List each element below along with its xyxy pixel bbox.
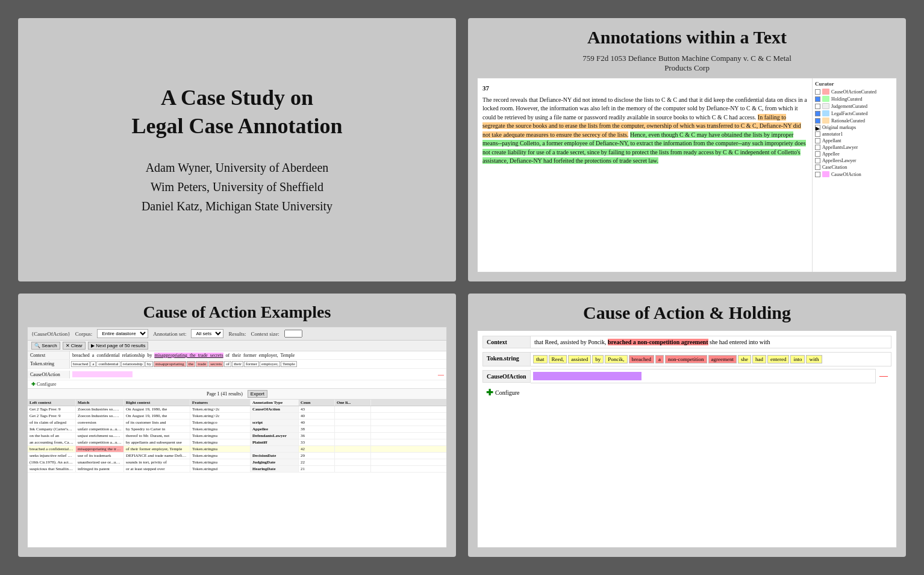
h-token-assisted: assisted: [568, 355, 591, 363]
holding-delete-button[interactable]: —: [876, 371, 891, 381]
sidebar-label-appelleeslawyer: AppelleesLawyer: [822, 158, 856, 163]
sidebar-checkbox-appellant[interactable]: [815, 138, 820, 143]
author2: Wim Peters, University of Sheffield: [151, 180, 323, 193]
context-size-label: Context size:: [251, 331, 279, 337]
table-row: Get 2 Tags Free: 9 Zoecon Industries so.…: [28, 413, 446, 419]
holding-cause-row: CauseOfAction —: [482, 369, 891, 383]
header-left-context: Left context: [28, 400, 76, 406]
configure-plus-icon: ✚: [31, 382, 36, 387]
sidebar-item-appellant: Appellant: [815, 138, 894, 143]
h-token-poncik: Poncik,: [605, 355, 627, 363]
annotations-heading: Annotations within a Text: [477, 27, 897, 48]
clear-button[interactable]: ✕ Clear: [63, 342, 86, 350]
token-breached: breached: [71, 361, 90, 367]
export-button[interactable]: Export: [248, 390, 267, 398]
cause-pagination: Page 1 (41 results) Export: [28, 388, 446, 400]
sidebar-checkbox-rationalecurated[interactable]: [815, 118, 820, 124]
token-the: the: [187, 361, 196, 367]
token-employer: employer,: [260, 361, 280, 367]
h-token-by: by: [592, 355, 604, 363]
cause-content: {CauseOfAction} Corpus: Entire datastore…: [27, 327, 447, 548]
title-line2: Legal Case Annotation: [131, 114, 342, 138]
sidebar-label-appellantslawyer: AppellantsLawyer: [822, 145, 858, 150]
h-token-noncompetition: non-competition: [665, 355, 707, 363]
token-a: a: [90, 361, 96, 367]
configure-btn[interactable]: ✚ Configure: [28, 380, 446, 388]
sidebar-triangle-originalmarkups[interactable]: ▶: [815, 125, 820, 130]
case-citation: 759 F2d 1053 Defiance Button Machine Com…: [582, 54, 791, 63]
annotations-subtitle: 759 F2d 1053 Defiance Button Machine Com…: [477, 54, 897, 73]
table-row: (10th Cir.1978). An action for unauthori…: [28, 459, 446, 466]
token-misappropriating: misappropriating: [154, 361, 186, 367]
corpus-select[interactable]: Entire datastore: [97, 329, 148, 338]
h-token-breached: breached: [629, 355, 654, 363]
table-row: an accounting from, Carter's, asserting …: [28, 439, 446, 446]
sidebar-label-appellee: Appellee: [822, 151, 840, 157]
sidebar-item-judgementcurated: JudgementCurated: [815, 103, 894, 109]
sidebar-label-appellant: Appellant: [822, 138, 841, 143]
sidebar-label-causeofactioncurated: CauseOfActionCurated: [831, 89, 876, 95]
sidebar-checkbox-annotator1[interactable]: [815, 131, 820, 137]
cause-delete-button[interactable]: —: [435, 371, 446, 378]
sidebar-item-causeofaction: CauseOfAction: [815, 171, 894, 177]
cause-action-label: CauseOfAction: [28, 371, 70, 379]
token-by: by: [145, 361, 153, 367]
sidebar-checkbox-appellantslawyer[interactable]: [815, 145, 820, 150]
sidebar-item-appelleeslawyer: AppelleesLawyer: [815, 158, 894, 163]
cause-action-row: CauseOfAction —: [28, 369, 446, 380]
h-token-a: a: [655, 355, 664, 363]
sidebar-checkbox-holdingcurated[interactable]: [815, 96, 820, 102]
h-token-she: she: [738, 355, 751, 363]
holding-token-row: Token.string that Reed, assisted by Ponc…: [482, 352, 891, 366]
context-size-input[interactable]: [284, 330, 302, 338]
results-label: Results:: [228, 331, 246, 337]
sidebar-label-judgementcurated: JudgementCurated: [831, 104, 867, 109]
cause-action-highlight-bar: [72, 371, 133, 377]
sidebar-checkbox-legalfactscurated[interactable]: [815, 111, 820, 116]
sidebar-color-causeofactioncurated: [822, 89, 829, 95]
annotation-text: 37 The record reveals that Defiance-NY d…: [478, 78, 812, 272]
holding-cause-bar: [533, 372, 641, 380]
holding-content: Context that Reed, assisted by Poncik, b…: [477, 330, 897, 548]
header-features: Features: [190, 400, 251, 406]
token-string-label: Token.string: [28, 360, 70, 368]
table-row: on the basis of an unjust enrichment su.…: [28, 433, 446, 439]
table-row: Get 2 Tags Free: 9 Zoecon Industries so.…: [28, 406, 446, 413]
token-former: former: [244, 361, 259, 367]
corpus-label: {CauseOfAction}: [31, 331, 70, 337]
search-button[interactable]: 🔍 Search: [31, 342, 60, 350]
title-panel: A Case Study on Legal Case Annotation Ad…: [18, 18, 456, 281]
sidebar-checkbox-judgementcurated[interactable]: [815, 104, 820, 109]
header-annotation-type: Annotation Type: [251, 400, 299, 406]
next-page-button[interactable]: ▶ Next page of 50 results: [88, 342, 149, 350]
holding-panel: Cause of Action & Holding Context that R…: [468, 294, 906, 557]
sidebar-item-legalfactscurated: LegalFactsCurated: [815, 110, 894, 116]
sidebar-checkbox-causeofactioncurated[interactable]: [815, 89, 820, 95]
holding-context-label: Context: [482, 336, 531, 348]
annotation-select[interactable]: All sets: [191, 329, 223, 338]
cause-toolbar: {CauseOfAction} Corpus: Entire datastore…: [28, 327, 446, 341]
sidebar-item-casecitation: CaseCitation: [815, 165, 894, 170]
holding-configure-btn[interactable]: ✚ Configure: [482, 386, 891, 400]
context-post: she had entered into with: [708, 339, 770, 345]
authors: Adam Wyner, University of Aberdeen Wim P…: [142, 158, 332, 216]
sidebar-checkbox-appellee[interactable]: [815, 151, 820, 157]
sidebar-item-appellee: Appellee: [815, 151, 894, 157]
h-token-reed: Reed,: [549, 355, 567, 363]
cause-token-row: Token.string breached a confidential rel…: [28, 360, 446, 369]
context-pre: that Reed, assisted by Poncik,: [534, 339, 608, 345]
holding-context-row: Context that Reed, assisted by Poncik, b…: [482, 336, 891, 348]
sidebar-checkbox-causeofaction[interactable]: [815, 172, 820, 177]
sidebar-color-rationalecurated: [822, 118, 829, 124]
main-title: A Case Study on Legal Case Annotation: [131, 84, 342, 140]
annotation-sidebar: Curator CauseOfActionCurated HoldingCura…: [812, 78, 896, 272]
token-temple: Temple: [281, 361, 297, 367]
cause-search-row: 🔍 Search ✕ Clear ▶ Next page of 50 resul…: [28, 341, 446, 351]
header-match: Match: [76, 400, 124, 406]
token-cells: breached a confidential relationship by …: [70, 360, 446, 368]
sidebar-checkbox-casecitation[interactable]: [815, 165, 820, 170]
token-of: of: [224, 361, 231, 367]
sidebar-checkbox-appelleeslawyer[interactable]: [815, 158, 820, 163]
header-one-line: One li...: [335, 400, 371, 406]
sidebar-item-holdingcurated: HoldingCurated: [815, 96, 894, 102]
